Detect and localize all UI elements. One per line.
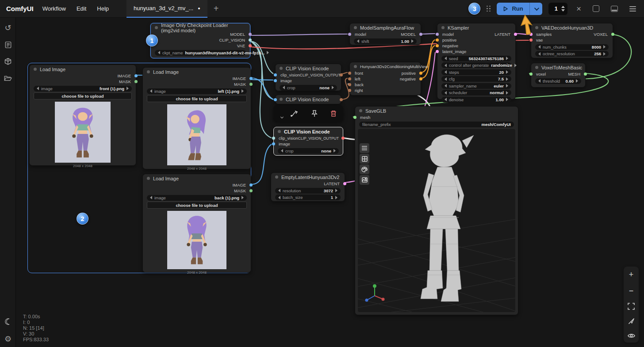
- prev-arrow-icon[interactable]: [278, 196, 280, 199]
- widget-ckpt-name[interactable]: ckpt_namehunyuan3d\hunyuan3d-dit-v2-mv-f…: [155, 50, 246, 56]
- input-slot-positive[interactable]: [436, 38, 439, 42]
- prev-arrow-icon[interactable]: [357, 39, 359, 43]
- widget-threshold[interactable]: threshold0.60: [535, 78, 581, 84]
- menu-button[interactable]: [629, 6, 636, 11]
- output-slot-latent[interactable]: [514, 33, 517, 36]
- delete-node-button[interactable]: [330, 110, 337, 118]
- run-options-dropdown[interactable]: [530, 3, 542, 15]
- node-save-glb[interactable]: SaveGLB mesh filename_prefixmesh/ComfyUI: [355, 106, 518, 315]
- collapsed-output-slot[interactable]: [340, 98, 343, 101]
- input-slot-negative[interactable]: [436, 44, 439, 47]
- widget-steps[interactable]: steps20: [441, 69, 511, 75]
- prev-arrow-icon[interactable]: [445, 91, 447, 95]
- next-arrow-icon[interactable]: [334, 149, 336, 153]
- widget-shift[interactable]: shift1.00: [354, 38, 417, 44]
- input-slot-clip-vision[interactable]: [272, 137, 275, 140]
- output-slot-mask[interactable]: [134, 80, 138, 83]
- widget-image-file[interactable]: imageback (1).png: [147, 195, 247, 201]
- widget-crop[interactable]: cropnone: [280, 85, 337, 91]
- decrement-icon[interactable]: [561, 9, 565, 11]
- drag-handle-icon[interactable]: [487, 6, 491, 12]
- input-slot-model[interactable]: [436, 33, 439, 36]
- output-slot-image[interactable]: [134, 74, 138, 77]
- next-arrow-icon[interactable]: [506, 84, 508, 88]
- increment-icon[interactable]: [561, 6, 565, 8]
- zoom-in-button[interactable]: +: [629, 271, 634, 278]
- workflows-folder-button[interactable]: [0, 72, 16, 85]
- input-slot-image[interactable]: [272, 142, 275, 145]
- widget-image-file[interactable]: imageleft (1).png: [147, 88, 247, 94]
- prev-arrow-icon[interactable]: [445, 98, 447, 101]
- new-workflow-tab-button[interactable]: +: [207, 4, 225, 14]
- viewport-grid-button[interactable]: [360, 154, 369, 164]
- input-slot-clip-vision[interactable]: [274, 73, 277, 76]
- collapsed-input-slot[interactable]: [274, 98, 277, 101]
- choose-file-button[interactable]: choose file to upload: [147, 95, 247, 102]
- widget-filename-prefix[interactable]: filename_prefixmesh/ComfyUI: [359, 122, 514, 127]
- input-slot-image[interactable]: [274, 79, 277, 82]
- output-slot-model[interactable]: [419, 33, 422, 36]
- next-arrow-icon[interactable]: [506, 70, 508, 74]
- prev-arrow-icon[interactable]: [445, 84, 447, 88]
- prev-arrow-icon[interactable]: [445, 64, 447, 67]
- choose-file-button[interactable]: choose file to upload: [147, 202, 247, 209]
- input-slot-right[interactable]: [348, 89, 351, 92]
- zoom-out-button[interactable]: −: [629, 287, 634, 295]
- output-slot-voxel[interactable]: [611, 33, 614, 36]
- input-slot-front[interactable]: [348, 72, 351, 75]
- node-ksampler[interactable]: KSampler modelLATENT positive negative l…: [437, 23, 516, 99]
- widget-resolution[interactable]: resolution3072: [275, 188, 341, 194]
- output-slot-latent[interactable]: [343, 182, 346, 185]
- widget-image-file[interactable]: imagefront (1).png: [34, 86, 132, 92]
- batch-count-stepper[interactable]: 1: [548, 3, 567, 15]
- next-arrow-icon[interactable]: [411, 39, 414, 43]
- menu-workflow[interactable]: Workflow: [42, 5, 77, 12]
- output-slot-clip-vision-output[interactable]: [341, 137, 345, 140]
- output-slot-clip-vision-output[interactable]: [340, 73, 343, 76]
- node-vae-decode-hunyuan3d[interactable]: VAEDecodeHunyuan3D samplesVOXEL vae num_…: [531, 23, 613, 58]
- next-arrow-icon[interactable]: [335, 189, 337, 192]
- prev-arrow-icon[interactable]: [281, 149, 283, 153]
- run-button[interactable]: Run: [497, 3, 542, 15]
- stop-button[interactable]: [593, 5, 599, 12]
- widget-crop[interactable]: cropnone: [278, 148, 339, 154]
- prev-arrow-icon[interactable]: [445, 70, 447, 74]
- fit-view-button[interactable]: [628, 303, 635, 310]
- output-slot-mask[interactable]: [249, 189, 253, 192]
- input-slot-latent-image[interactable]: [436, 50, 439, 53]
- node-image-only-checkpoint-loader[interactable]: Image Only Checkpoint Loader (img2vid mo…: [150, 23, 250, 58]
- menu-help[interactable]: Help: [97, 5, 119, 12]
- input-slot-left[interactable]: [348, 77, 351, 80]
- input-slot-voxel[interactable]: [529, 72, 533, 76]
- prev-arrow-icon[interactable]: [278, 189, 280, 192]
- next-arrow-icon[interactable]: [576, 79, 578, 83]
- model-library-button[interactable]: [0, 55, 16, 68]
- viewport-menu-button[interactable]: [360, 143, 369, 153]
- next-arrow-icon[interactable]: [506, 77, 508, 81]
- workflow-tab[interactable]: hunyuan_3d_v2_mv_... ●: [126, 0, 207, 18]
- theme-toggle-button[interactable]: [0, 315, 16, 328]
- prev-arrow-icon[interactable]: [150, 89, 152, 93]
- prev-arrow-icon[interactable]: [150, 196, 152, 199]
- output-slot-positive[interactable]: [419, 72, 422, 75]
- node-hunyuan3d-conditioning-multiview[interactable]: Hunyuan3Dv2ConditioningMultiView frontpo…: [349, 62, 421, 95]
- widget-cfg[interactable]: cfg7.5: [441, 76, 511, 82]
- node-empty-latent-hunyuan3d[interactable]: EmptyLatentHunyuan3Dv2 LATENT resolution…: [271, 172, 345, 202]
- choose-file-button[interactable]: choose file to upload: [34, 92, 132, 99]
- next-arrow-icon[interactable]: [332, 86, 334, 89]
- widget-octree-resolution[interactable]: octree_resolution256: [535, 51, 609, 57]
- input-slot-vae[interactable]: [529, 38, 533, 42]
- node-clip-vision-encode-1[interactable]: CLIP Vision Encode clip_visionCLIP_VISIO…: [275, 64, 341, 91]
- output-slot-model[interactable]: [249, 33, 252, 36]
- next-arrow-icon[interactable]: [603, 45, 606, 49]
- output-slot-mask[interactable]: [249, 83, 253, 86]
- widget-seed[interactable]: seed563243074575186: [441, 56, 511, 61]
- node-library-button[interactable]: [0, 38, 16, 51]
- prev-arrow-icon[interactable]: [158, 51, 160, 54]
- widget-scheduler[interactable]: schedulernormal: [441, 90, 511, 95]
- bottom-panel-toggle-button[interactable]: [611, 6, 618, 12]
- prev-arrow-icon[interactable]: [283, 86, 285, 89]
- node-load-image-left[interactable]: Load Image IMAGE MASK imageleft (1).png …: [142, 67, 251, 169]
- toggle-link-visibility-button[interactable]: [628, 333, 635, 339]
- next-arrow-icon[interactable]: [242, 196, 244, 199]
